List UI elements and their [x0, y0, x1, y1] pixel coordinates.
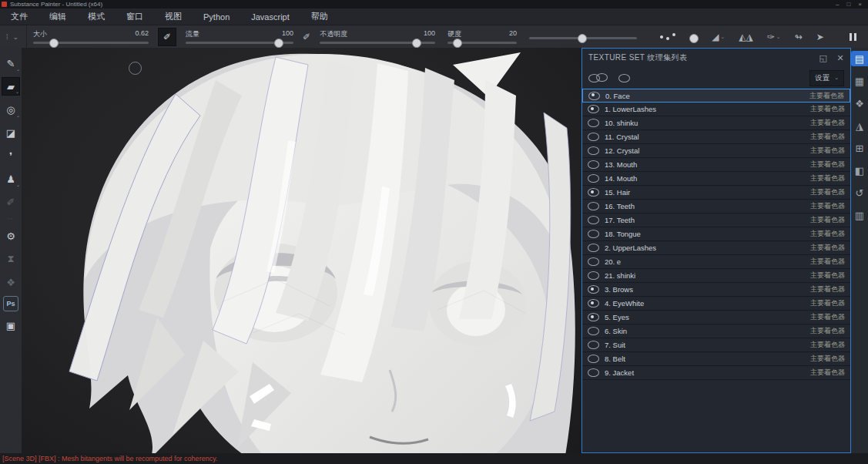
texture-set-row[interactable]: 10. shinku主要着色器: [582, 116, 850, 130]
slider-track[interactable]: [33, 42, 149, 44]
slider-knob[interactable]: [49, 39, 59, 48]
minimize-button[interactable]: –: [836, 1, 839, 8]
texture-set-row[interactable]: 5. Eyes主要着色器: [582, 311, 850, 324]
texture-set-row[interactable]: 4. EyeWhite主要着色器: [582, 297, 850, 311]
slider-knob[interactable]: [453, 39, 462, 48]
texture-set-row[interactable]: 8. Belt主要着色器: [582, 352, 850, 366]
slider-track[interactable]: [447, 42, 517, 44]
eye-open-icon[interactable]: [588, 299, 599, 308]
falloff-icon[interactable]: ◢⌄: [712, 32, 725, 42]
texture-set-row[interactable]: 15. Hair主要着色器: [582, 186, 850, 200]
dock-layers-icon[interactable]: ⊞: [851, 140, 868, 156]
eye-closed-icon[interactable]: [588, 146, 599, 155]
toolbar-handle[interactable]: ⁞⌄: [0, 25, 27, 48]
menu-item[interactable]: 帮助: [300, 11, 339, 22]
toolbar-slider[interactable]: [529, 35, 637, 39]
texture-set-row[interactable]: 18. Tongue主要着色器: [582, 227, 850, 241]
menu-item[interactable]: 窗口: [116, 11, 154, 22]
pen-pressure-toggle[interactable]: ✐: [303, 32, 310, 42]
eye-closed-icon[interactable]: [588, 202, 599, 210]
texture-set-row[interactable]: 1. LowerLashes主要着色器: [582, 103, 850, 116]
lazy-mouse-icon[interactable]: ✑⌄: [767, 32, 781, 42]
slider-knob[interactable]: [412, 39, 421, 48]
dock-texture-set-list-icon[interactable]: ▤: [851, 51, 868, 66]
dock-history-icon[interactable]: ↺: [851, 185, 868, 200]
stencil-tool[interactable]: ❖: [2, 273, 20, 291]
eye-open-icon[interactable]: [588, 188, 599, 197]
texture-set-row[interactable]: 3. Brows主要着色器: [582, 283, 850, 297]
texture-set-row[interactable]: 2. UpperLashes主要着色器: [582, 241, 850, 255]
slider-knob[interactable]: [274, 39, 283, 48]
dock-log-icon[interactable]: ▥: [851, 207, 868, 223]
texture-set-row[interactable]: 16. Teeth主要着色器: [582, 200, 850, 214]
brush-spacing-icon[interactable]: [659, 32, 676, 41]
dock-texture-set-settings-icon[interactable]: ▦: [851, 73, 868, 89]
slider-track[interactable]: [186, 42, 293, 44]
eye-closed-icon[interactable]: [588, 257, 599, 266]
texture-set-row[interactable]: 7. Suit主要着色器: [582, 338, 850, 352]
eye-closed-icon[interactable]: [588, 368, 599, 377]
smudge-tool[interactable]: ❜: [2, 146, 20, 165]
eye-closed-icon[interactable]: [588, 271, 599, 280]
toolbar-slider[interactable]: 不透明度100: [320, 29, 435, 44]
eraser-tool[interactable]: ▰⌄: [2, 77, 20, 96]
eye-closed-icon[interactable]: [588, 174, 599, 183]
settings-dropdown[interactable]: 设置 ⌄: [809, 70, 844, 86]
paint-tool[interactable]: ✎⌄: [2, 54, 20, 72]
eye-closed-icon[interactable]: [588, 341, 599, 349]
title-bar[interactable]: Substance Painter - Untitled (x64) – □ ×: [0, 0, 868, 8]
projection-tool[interactable]: ◎⌄: [2, 100, 20, 119]
show-all-eyes-icon[interactable]: [588, 74, 600, 82]
texture-set-row[interactable]: 11. Crystal主要着色器: [582, 130, 850, 144]
eye-closed-icon[interactable]: [588, 119, 599, 127]
dock-properties-icon[interactable]: ◧: [851, 163, 868, 178]
eye-closed-icon[interactable]: [588, 244, 599, 252]
texture-set-row[interactable]: 14. Mouth主要着色器: [582, 172, 850, 186]
popout-icon[interactable]: ◱: [819, 53, 828, 63]
dock-shader-settings-icon[interactable]: ❖: [851, 96, 868, 111]
eye-closed-icon[interactable]: [588, 230, 599, 238]
eye-closed-icon[interactable]: [588, 327, 599, 335]
pause-engine-icon[interactable]: [850, 33, 856, 41]
clone-tool[interactable]: ♟⌄: [2, 170, 20, 188]
texture-set-row[interactable]: 21. shinki主要着色器: [582, 269, 850, 283]
slider-track[interactable]: [320, 42, 435, 44]
slider-track[interactable]: [529, 37, 637, 39]
eye-open-icon[interactable]: [588, 285, 599, 294]
menu-item[interactable]: Javascript: [240, 12, 300, 22]
eye-closed-icon[interactable]: [588, 216, 599, 224]
close-button[interactable]: ×: [858, 1, 862, 8]
menu-item[interactable]: 文件: [0, 11, 39, 22]
geometry-mask-tool[interactable]: ⚙: [2, 227, 20, 245]
selection-pointer-icon[interactable]: ➤: [816, 32, 824, 42]
effects-tool[interactable]: ⧗: [2, 250, 20, 268]
pen-pressure-toggle[interactable]: ✐: [158, 28, 176, 46]
texture-set-row[interactable]: 9. Jacket主要着色器: [582, 366, 850, 380]
texture-set-row[interactable]: 12. Crystal主要着色器: [582, 144, 850, 158]
polygon-fill-tool[interactable]: ◪: [2, 123, 20, 142]
texture-set-row[interactable]: 20. e主要着色器: [582, 255, 850, 269]
texture-set-row[interactable]: 13. Mouth主要着色器: [582, 158, 850, 172]
toolbar-slider[interactable]: 硬度20: [447, 29, 517, 44]
slider-knob[interactable]: [578, 34, 587, 43]
eye-open-icon[interactable]: [588, 92, 600, 100]
toolbar-slider[interactable]: 流量100: [186, 29, 293, 44]
eye-closed-icon[interactable]: [588, 160, 599, 169]
menu-item[interactable]: 视图: [154, 11, 193, 22]
texture-set-row[interactable]: 0. Face主要着色器: [582, 89, 850, 103]
eye-open-icon[interactable]: [588, 313, 599, 321]
menu-item[interactable]: Python: [193, 12, 240, 22]
close-icon[interactable]: ✕: [836, 53, 844, 63]
tangent-wrap-icon[interactable]: ↬: [795, 32, 803, 42]
menu-item[interactable]: 模式: [77, 11, 116, 22]
3d-viewport[interactable]: [22, 48, 581, 453]
dock-display-settings-icon[interactable]: ◮: [851, 118, 868, 133]
texture-set-row[interactable]: 6. Skin主要着色器: [582, 324, 850, 338]
texture-set-row[interactable]: 17. Teeth主要着色器: [582, 214, 850, 227]
photoshop-tool[interactable]: Ps: [3, 296, 18, 311]
hide-all-eyes-icon[interactable]: [618, 74, 630, 82]
material-picker-tool[interactable]: ✐: [2, 193, 20, 211]
maximize-button[interactable]: □: [846, 1, 850, 8]
eye-closed-icon[interactable]: [588, 355, 599, 363]
eye-closed-icon[interactable]: [588, 133, 599, 141]
